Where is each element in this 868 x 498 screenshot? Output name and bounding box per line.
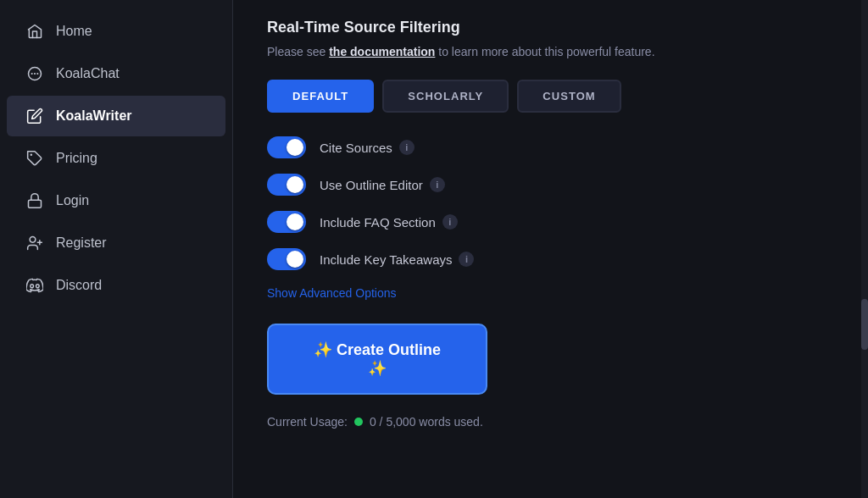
sidebar-item-login-label: Login [56,193,89,208]
main-content: Real-Time Source Filtering Please see th… [233,0,861,498]
usage-row: Current Usage: 0 / 5,000 words used. [267,415,827,429]
toggle-row-faq-section: Include FAQ Section i [267,211,827,233]
key-takeaways-info-icon[interactable]: i [459,252,474,267]
sidebar-item-discord-label: Discord [56,278,102,293]
toggle-row-cite-sources: Cite Sources i [267,136,827,158]
sidebar-item-koalawriter-label: KoalaWriter [56,108,132,124]
sidebar-item-koalawriter[interactable]: KoalaWriter [7,96,225,136]
sidebar-item-register-label: Register [56,235,107,251]
sidebar-item-register[interactable]: Register [7,223,225,263]
section-desc-after: to learn more about this powerful featur… [435,45,654,58]
usage-status-dot [354,418,363,426]
lock-icon [25,191,44,210]
documentation-link[interactable]: the documentation [329,45,435,58]
user-plus-icon [25,234,44,252]
sidebar-item-pricing-label: Pricing [56,151,97,166]
section-desc-before: Please see [267,45,329,58]
sidebar-item-koalachat-label: KoalaChat [56,66,120,81]
filter-btn-scholarly[interactable]: SCHOLARLY [382,80,509,113]
filter-btn-default[interactable]: DEFAULT [267,80,374,113]
toggle-row-outline-editor: Use Outline Editor i [267,174,827,196]
cite-sources-info-icon[interactable]: i [399,140,415,155]
sidebar-item-home[interactable]: Home [7,11,225,52]
faq-section-toggle[interactable] [267,211,306,233]
sidebar-item-koalachat[interactable]: KoalaChat [7,53,225,94]
home-icon [25,22,44,41]
outline-editor-label: Use Outline Editor i [320,177,445,192]
cite-sources-label: Cite Sources i [320,140,415,155]
edit-icon [25,107,44,125]
svg-point-3 [30,237,36,243]
chat-icon [25,64,44,83]
discord-icon [25,276,44,295]
toggle-row-key-takeaways: Include Key Takeaways i [267,248,827,270]
advanced-options-link[interactable]: Show Advanced Options [267,286,397,300]
sidebar-item-home-label: Home [56,24,92,39]
scrollbar[interactable] [861,0,868,498]
svg-point-1 [31,154,33,157]
filter-button-group: DEFAULT SCHOLARLY CUSTOM [267,80,827,113]
outline-editor-info-icon[interactable]: i [430,177,445,192]
scrollbar-thumb[interactable] [861,299,868,350]
create-outline-button[interactable]: ✨ Create Outline ✨ [267,324,487,395]
outline-editor-toggle[interactable] [267,174,306,196]
tag-icon [25,149,44,168]
sidebar-item-pricing[interactable]: Pricing [7,138,225,179]
faq-section-info-icon[interactable]: i [442,214,458,230]
faq-section-label: Include FAQ Section i [320,214,458,230]
svg-rect-2 [29,200,42,208]
key-takeaways-toggle[interactable] [267,248,306,270]
section-title: Real-Time Source Filtering [267,19,827,36]
sidebar: Home KoalaChat KoalaWriter Pricing Login… [0,0,233,498]
key-takeaways-label: Include Key Takeaways i [320,252,474,267]
cite-sources-toggle[interactable] [267,136,306,158]
filter-btn-custom[interactable]: CUSTOM [517,80,620,113]
usage-label: Current Usage: [267,415,348,429]
section-description: Please see the documentation to learn mo… [267,43,827,61]
usage-value: 0 / 5,000 words used. [370,415,483,429]
sidebar-item-login[interactable]: Login [7,180,225,221]
sidebar-item-discord[interactable]: Discord [7,265,225,306]
